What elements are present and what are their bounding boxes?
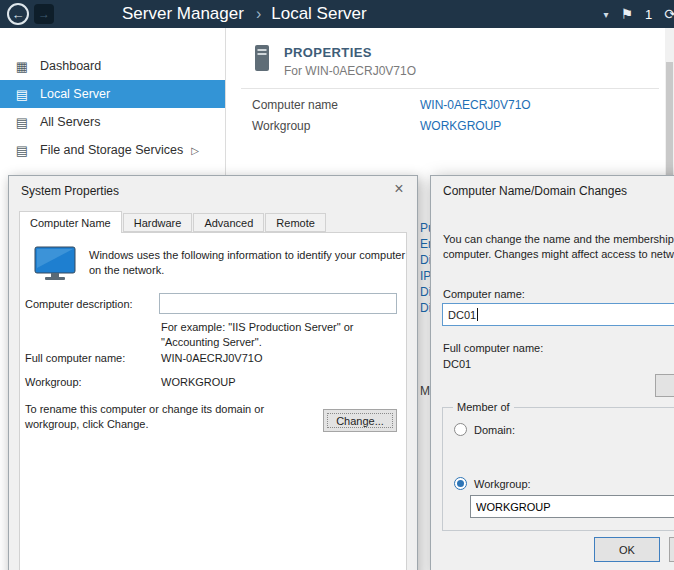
domain-radio[interactable] bbox=[454, 423, 467, 436]
forward-icon: → bbox=[38, 8, 50, 20]
tab-computer-name[interactable]: Computer Name bbox=[19, 211, 122, 233]
rename-hint-text: To rename this computer or change its do… bbox=[25, 402, 303, 433]
description-example-text: For example: "IIS Production Server" or … bbox=[161, 320, 397, 350]
tab-advanced[interactable]: Advanced bbox=[193, 213, 264, 232]
property-value-workgroup[interactable]: WORKGROUP bbox=[420, 119, 501, 133]
domain-label: Domain: bbox=[474, 424, 515, 436]
full-computer-name-value: WIN-0AECRJ0V71O bbox=[161, 352, 262, 364]
text-cursor bbox=[477, 308, 478, 321]
computer-name-input[interactable]: DC01 bbox=[442, 303, 674, 326]
tab-remote[interactable]: Remote bbox=[265, 213, 326, 232]
storage-icon: ▤ bbox=[14, 143, 30, 158]
cancel-button-clipped[interactable] bbox=[669, 537, 674, 562]
tab-strip: Computer Name Hardware Advanced Remote bbox=[19, 212, 327, 232]
property-label-workgroup: Workgroup bbox=[252, 119, 310, 133]
intro-text-line2: computer. Changes might affect access to… bbox=[443, 248, 674, 260]
workgroup-input[interactable] bbox=[470, 495, 674, 518]
dialog-title: Computer Name/Domain Changes bbox=[443, 184, 627, 198]
member-of-label: Member of bbox=[453, 401, 514, 413]
breadcrumb-separator-icon: › bbox=[256, 5, 261, 23]
sidebar-item-label: Dashboard bbox=[40, 59, 101, 73]
sidebar-item-all-servers[interactable]: ▤ All Servers bbox=[0, 108, 225, 136]
full-computer-name-label: Full computer name: bbox=[443, 342, 543, 354]
computer-name-label: Computer name: bbox=[443, 288, 525, 300]
sidebar-item-local-server[interactable]: ▤ Local Server bbox=[0, 80, 225, 108]
sidebar-item-label: Local Server bbox=[40, 87, 110, 101]
workgroup-radio[interactable] bbox=[454, 477, 467, 490]
chevron-down-icon[interactable]: ▾ bbox=[603, 9, 608, 20]
computer-description-input[interactable] bbox=[159, 293, 397, 314]
server-manager-window: ← → Server Manager › Local Server ▾ ⚑ 1 … bbox=[0, 0, 674, 570]
breadcrumb-local-server[interactable]: Local Server bbox=[271, 4, 366, 24]
title-bar: ← → Server Manager › Local Server ▾ ⚑ 1 … bbox=[0, 0, 674, 28]
property-label-computer-name: Computer name bbox=[252, 98, 338, 112]
notifications-flag-icon[interactable]: ⚑ bbox=[620, 6, 633, 22]
app-title: Server Manager bbox=[122, 4, 244, 24]
workgroup-label: Workgroup: bbox=[25, 376, 82, 388]
tab-page bbox=[19, 232, 407, 570]
domain-radio-row: Domain: bbox=[454, 423, 515, 436]
property-value-computer-name[interactable]: WIN-0AECRJ0V71O bbox=[420, 98, 531, 112]
tab-hardware[interactable]: Hardware bbox=[123, 213, 193, 232]
divider bbox=[241, 88, 659, 89]
full-computer-name-label: Full computer name: bbox=[25, 352, 125, 364]
workgroup-radio-row: Workgroup: bbox=[454, 477, 531, 490]
server-icon: ▤ bbox=[14, 87, 30, 102]
computer-description-label: Computer description: bbox=[25, 298, 133, 310]
refresh-icon[interactable]: ⟳ bbox=[664, 6, 674, 22]
sidebar-item-label: File and Storage Services bbox=[40, 143, 183, 157]
topbar-actions: ▾ ⚑ 1 ⟳ bbox=[603, 6, 674, 22]
sidebar-item-label: All Servers bbox=[40, 115, 100, 129]
workgroup-value: WORKGROUP bbox=[161, 376, 236, 388]
workgroup-label: Workgroup: bbox=[474, 478, 531, 490]
back-button[interactable]: ← bbox=[7, 3, 29, 25]
close-icon[interactable]: × bbox=[389, 180, 409, 198]
dashboard-icon: ▦ bbox=[14, 59, 30, 74]
full-computer-name-value: DC01 bbox=[443, 358, 471, 370]
computer-name-input-value: DC01 bbox=[448, 309, 476, 321]
identify-info-text: Windows uses the following information t… bbox=[89, 248, 407, 278]
expand-arrow-icon[interactable]: ▷ bbox=[191, 145, 199, 156]
name-domain-changes-dialog: Computer Name/Domain Changes You can cha… bbox=[430, 175, 674, 570]
member-of-groupbox: Member of Domain: Workgroup: bbox=[442, 407, 674, 531]
change-button[interactable]: Change... bbox=[323, 409, 397, 432]
forward-button[interactable]: → bbox=[34, 4, 54, 24]
servers-icon: ▤ bbox=[14, 115, 30, 130]
ok-button[interactable]: OK bbox=[594, 537, 660, 562]
sidebar-item-file-storage-services[interactable]: ▤ File and Storage Services ▷ bbox=[0, 136, 225, 164]
dialog-title: System Properties bbox=[21, 184, 119, 198]
properties-subtitle: For WIN-0AECRJ0V71O bbox=[284, 64, 416, 78]
intro-text-line1: You can change the name and the membersh… bbox=[443, 233, 674, 245]
properties-title: PROPERTIES bbox=[284, 45, 372, 60]
sidebar-item-dashboard[interactable]: ▦ Dashboard bbox=[0, 52, 225, 80]
back-icon: ← bbox=[12, 8, 25, 21]
system-properties-dialog: System Properties × Computer Name Hardwa… bbox=[8, 175, 418, 570]
monitor-icon bbox=[33, 246, 77, 284]
more-button[interactable] bbox=[655, 374, 674, 397]
notification-count: 1 bbox=[645, 7, 652, 22]
server-tower-icon bbox=[252, 44, 272, 75]
scrollbar-thumb[interactable] bbox=[666, 62, 673, 192]
